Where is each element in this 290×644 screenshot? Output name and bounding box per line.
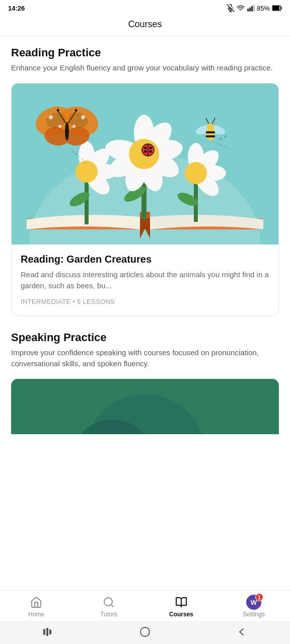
svg-rect-1 — [247, 9, 249, 11]
svg-point-57 — [57, 109, 59, 111]
svg-point-52 — [49, 115, 53, 119]
card-title: Reading: Garden Creatures — [21, 254, 269, 265]
nav-item-tutors[interactable]: Tutors — [91, 596, 126, 618]
nav-item-home[interactable]: Home — [19, 596, 54, 618]
speaking-section-desc: Improve your confidence speaking with co… — [11, 347, 279, 370]
nav-items-container: Home Tutors Courses — [0, 591, 290, 621]
reading-section: Reading Practice Enhance your English fl… — [11, 46, 279, 316]
page-title: Courses — [128, 19, 162, 29]
svg-point-42 — [144, 146, 147, 149]
svg-rect-62 — [206, 131, 215, 133]
speaking-illustration — [11, 379, 279, 434]
tutors-icon — [102, 596, 115, 609]
svg-rect-4 — [253, 5, 255, 11]
speaking-card-preview[interactable] — [11, 379, 279, 434]
page-header: Courses — [0, 14, 290, 36]
svg-rect-6 — [273, 6, 279, 10]
reading-course-card[interactable]: Reading: Garden Creatures Read and discu… — [11, 83, 279, 316]
svg-rect-73 — [46, 628, 48, 636]
speaking-section-title: Speaking Practice — [11, 331, 279, 344]
home-label: Home — [28, 611, 44, 618]
status-time: 14:26 — [8, 5, 25, 12]
tutors-label: Tutors — [100, 611, 117, 618]
notification-badge: 1 — [255, 593, 263, 601]
reading-section-desc: Enhance your English fluency and grow yo… — [11, 62, 279, 74]
svg-point-29 — [185, 162, 207, 184]
card-description: Read and discuss interesting articles ab… — [21, 269, 269, 292]
svg-point-66 — [225, 135, 227, 137]
settings-label: Settings — [243, 611, 264, 618]
svg-point-64 — [207, 123, 214, 130]
svg-point-53 — [58, 125, 61, 128]
gesture-bar — [0, 621, 290, 644]
svg-rect-2 — [249, 8, 251, 12]
status-bar: 14:26 85% — [0, 0, 290, 14]
svg-point-65 — [220, 138, 222, 140]
card-image — [12, 84, 278, 245]
svg-point-54 — [81, 115, 85, 119]
card-body: Reading: Garden Creatures Read and discu… — [12, 245, 278, 315]
svg-point-24 — [76, 160, 98, 183]
svg-point-44 — [144, 150, 147, 152]
bottom-navigation: Home Tutors Courses — [0, 590, 290, 644]
signal-icon — [247, 4, 255, 12]
home-button[interactable] — [135, 625, 155, 639]
speaking-section: Speaking Practice Improve your confidenc… — [11, 331, 279, 434]
avatar-badge: W 1 — [246, 595, 261, 610]
svg-point-45 — [150, 150, 152, 152]
svg-point-58 — [75, 109, 78, 111]
svg-point-56 — [65, 122, 69, 140]
svg-rect-63 — [206, 135, 215, 137]
svg-point-43 — [150, 146, 152, 149]
main-content: Reading Practice Enhance your English fl… — [0, 36, 290, 495]
svg-line-71 — [111, 605, 113, 607]
svg-rect-74 — [49, 629, 51, 634]
home-icon — [30, 596, 43, 609]
battery-icon — [272, 5, 282, 11]
nav-item-courses[interactable]: Courses — [164, 596, 199, 618]
svg-rect-72 — [43, 629, 45, 635]
battery-level: 85% — [257, 5, 270, 12]
recent-apps-button[interactable] — [38, 625, 58, 639]
mute-icon — [227, 4, 235, 12]
svg-rect-14 — [85, 179, 89, 224]
courses-icon — [175, 596, 188, 609]
garden-illustration — [12, 84, 278, 245]
settings-avatar-icon: W 1 — [247, 596, 260, 609]
nav-item-settings[interactable]: W 1 Settings — [236, 596, 271, 618]
status-icons: 85% — [227, 4, 282, 12]
card-meta: INTERMEDIATE • 5 LESSONS — [21, 298, 269, 305]
back-button[interactable] — [232, 625, 252, 639]
wifi-icon — [237, 4, 245, 12]
svg-point-75 — [140, 627, 150, 636]
svg-rect-7 — [281, 7, 282, 10]
reading-section-title: Reading Practice — [11, 46, 279, 59]
courses-label: Courses — [169, 611, 193, 618]
svg-point-55 — [72, 125, 76, 128]
svg-rect-3 — [251, 6, 253, 12]
